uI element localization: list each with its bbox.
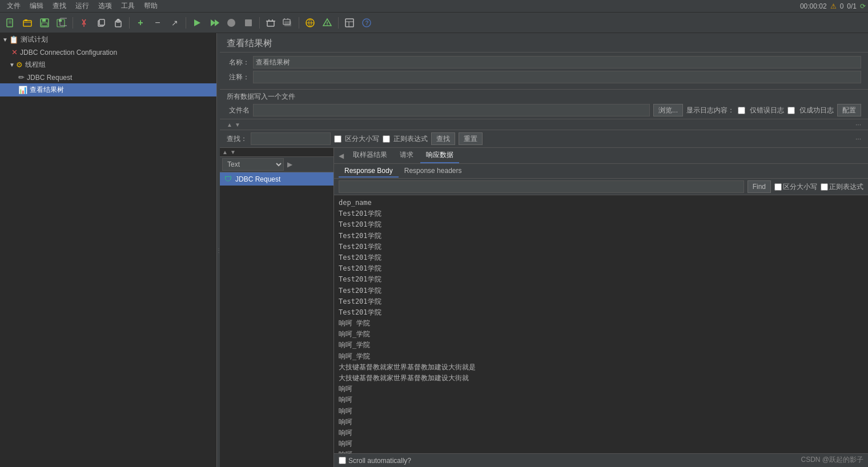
menu-run[interactable]: 运行: [71, 0, 94, 12]
response-line: 响呵: [339, 394, 863, 405]
case-sensitive-checkbox[interactable]: [334, 135, 341, 143]
search-row: 查找： 区分大小写 正则表达式 查找 重置 ···: [227, 132, 861, 145]
run-no-pause-button[interactable]: [206, 15, 222, 31]
menu-edit[interactable]: 编辑: [25, 0, 48, 12]
svg-rect-37: [345, 19, 353, 27]
format-select[interactable]: Text JSON XML HTML Regexp Tester: [222, 158, 284, 171]
search-section: 查找： 区分大小写 正则表达式 查找 重置 ···: [220, 130, 868, 148]
remote-button[interactable]: [319, 15, 335, 31]
paste-button[interactable]: [110, 15, 126, 31]
response-line: 响呵: [339, 428, 863, 438]
menu-help[interactable]: 帮助: [139, 0, 162, 12]
browse-remote-button[interactable]: [302, 15, 318, 31]
table-button[interactable]: [341, 15, 357, 31]
find-btn[interactable]: Find: [748, 180, 771, 193]
search-input[interactable]: [251, 132, 331, 145]
cut-button[interactable]: [76, 15, 92, 31]
main-layout: ▼ 📋 测试计划 ✕ JDBC Connection Configuration…: [0, 33, 868, 467]
reset-button[interactable]: 重置: [459, 132, 483, 145]
error-log-checkbox[interactable]: [738, 107, 745, 114]
watermark: CSDN @跃起的影子: [801, 455, 863, 465]
sidebar-item-jdbc-config[interactable]: ✕ JDBC Connection Configuration: [0, 46, 216, 58]
find-button[interactable]: 查找: [431, 132, 455, 145]
add-button[interactable]: +: [132, 15, 148, 31]
scroll-auto-checkbox[interactable]: [339, 457, 346, 464]
sidebar-item-thread-group[interactable]: ▼ ⚙ 线程组: [0, 58, 216, 71]
error-log-label: 仅错误日志: [750, 106, 784, 115]
format-expand-icon[interactable]: ▶: [287, 160, 292, 168]
clear-all-button[interactable]: [280, 15, 296, 31]
find-case-checkbox[interactable]: [774, 183, 782, 191]
run-button[interactable]: [189, 15, 205, 31]
comment-input[interactable]: [253, 71, 861, 83]
tab-response-data[interactable]: 响应数据: [420, 148, 459, 163]
stop-button[interactable]: [223, 15, 239, 31]
tabs-row: ◀ 取样器结果 请求 响应数据: [334, 148, 868, 164]
sidebar-item-result-tree[interactable]: 📊 查看结果树: [0, 83, 216, 96]
menu-tools[interactable]: 工具: [116, 0, 139, 12]
new-button[interactable]: [2, 15, 18, 31]
result-item-label: JDBC Request: [235, 175, 280, 183]
open-button[interactable]: [19, 15, 35, 31]
sep5: [299, 17, 299, 29]
search-label: 查找：: [227, 134, 247, 144]
up-button[interactable]: ↗: [167, 15, 183, 31]
svg-marker-21: [215, 19, 219, 26]
menu-file[interactable]: 文件: [2, 0, 25, 12]
up-arrow[interactable]: ▲: [227, 122, 232, 128]
sep2: [129, 17, 130, 29]
shutdown-button[interactable]: [240, 15, 256, 31]
comment-row: 注释：: [227, 71, 861, 83]
response-line: 响呵 学院: [339, 318, 863, 329]
clear-button[interactable]: [263, 15, 279, 31]
result-down-arrow[interactable]: ▼: [230, 149, 236, 155]
menu-find[interactable]: 查找: [48, 0, 71, 12]
find-input[interactable]: [339, 180, 744, 193]
browse-btn[interactable]: 浏览...: [653, 104, 683, 116]
save-all-button[interactable]: [54, 15, 70, 31]
sep6: [338, 17, 339, 29]
sub-tab-response-body[interactable]: Response Body: [339, 165, 399, 178]
svg-rect-18: [117, 19, 119, 21]
sidebar-item-test-plan[interactable]: ▼ 📋 测试计划: [0, 33, 216, 46]
more-dots-top[interactable]: ···: [855, 120, 861, 128]
result-item-jdbc[interactable]: 🛡 JDBC Request: [220, 172, 333, 186]
config-btn[interactable]: 配置: [837, 104, 861, 116]
find-regex-checkbox[interactable]: [821, 183, 828, 191]
response-line: Test201学院: [339, 241, 863, 252]
result-list: ▲ ▼ Text JSON XML HTML Regexp Tester ▶: [220, 148, 334, 467]
result-format-row: Text JSON XML HTML Regexp Tester ▶: [220, 157, 333, 172]
response-line: 响呵: [339, 406, 863, 417]
save-button[interactable]: [37, 15, 53, 31]
svg-rect-4: [25, 19, 27, 21]
help-button[interactable]: ?: [359, 15, 375, 31]
result-control-row: ▲ ▼: [220, 148, 333, 157]
file-section: 所有数据写入一个文件 文件名 浏览... 显示日志内容： 仅错误日志 仅成功日志…: [220, 90, 868, 119]
sidebar-label-thread-group: 线程组: [25, 60, 46, 70]
name-input[interactable]: [253, 56, 861, 69]
remove-button[interactable]: −: [150, 15, 166, 31]
tree-arrow-test-plan[interactable]: ▼: [2, 37, 8, 43]
svg-point-36: [327, 24, 328, 25]
warning-icon: ⚠: [830, 2, 837, 10]
success-log-checkbox[interactable]: [787, 107, 795, 114]
sub-tab-response-headers[interactable]: Response headers: [399, 165, 468, 178]
regex-label: 正则表达式: [393, 134, 428, 144]
tab-sampler-result[interactable]: 取样器结果: [347, 148, 393, 163]
down-arrow[interactable]: ▼: [235, 122, 240, 128]
copy-button[interactable]: [93, 15, 109, 31]
form-section: 名称： 注释：: [220, 53, 868, 90]
sidebar-item-jdbc-request[interactable]: ✏ JDBC Request: [0, 71, 216, 83]
more-dots-bottom[interactable]: ···: [855, 135, 861, 143]
menu-options[interactable]: 选项: [94, 0, 116, 12]
regex-checkbox[interactable]: [383, 135, 390, 143]
comment-label: 注释：: [227, 73, 250, 82]
tab-request[interactable]: 请求: [394, 148, 419, 163]
result-up-arrow[interactable]: ▲: [222, 149, 228, 155]
file-input[interactable]: [253, 104, 650, 116]
tab-left-arrow[interactable]: ◀: [339, 152, 344, 160]
name-label: 名称：: [227, 58, 250, 67]
menubar: 文件 编辑 查找 运行 选项 工具 帮助 00:00:02 ⚠ 0 0/1 ⟳: [0, 0, 868, 13]
find-regex-label: 正则表达式: [829, 182, 863, 192]
tree-arrow-thread-group[interactable]: ▼: [9, 62, 15, 68]
